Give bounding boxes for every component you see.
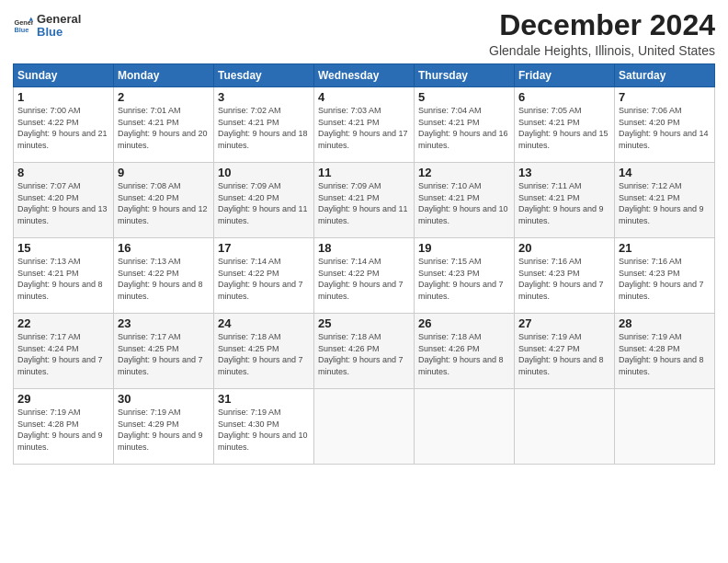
calendar-cell — [415, 389, 515, 465]
day-number: 6 — [518, 90, 610, 104]
day-info: Sunrise: 7:16 AM Sunset: 4:23 PM Dayligh… — [619, 256, 711, 302]
day-info: Sunrise: 7:18 AM Sunset: 4:25 PM Dayligh… — [218, 331, 310, 377]
day-info: Sunrise: 7:09 AM Sunset: 4:20 PM Dayligh… — [218, 180, 310, 226]
calendar-cell: 1 Sunrise: 7:00 AM Sunset: 4:22 PM Dayli… — [14, 87, 114, 163]
header: General Blue General Blue December 2024 … — [13, 9, 715, 58]
day-info: Sunrise: 7:11 AM Sunset: 4:21 PM Dayligh… — [518, 180, 610, 226]
day-number: 17 — [218, 241, 310, 255]
calendar-cell: 7 Sunrise: 7:06 AM Sunset: 4:20 PM Dayli… — [615, 87, 715, 163]
calendar-cell — [314, 389, 415, 465]
calendar-cell: 31 Sunrise: 7:19 AM Sunset: 4:30 PM Dayl… — [214, 389, 314, 465]
day-info: Sunrise: 7:03 AM Sunset: 4:21 PM Dayligh… — [318, 105, 410, 151]
logo-text: General Blue — [37, 13, 81, 40]
day-info: Sunrise: 7:19 AM Sunset: 4:30 PM Dayligh… — [218, 407, 310, 453]
day-info: Sunrise: 7:18 AM Sunset: 4:26 PM Dayligh… — [418, 331, 510, 377]
day-number: 29 — [17, 392, 109, 406]
calendar-cell: 23 Sunrise: 7:17 AM Sunset: 4:25 PM Dayl… — [114, 314, 214, 389]
day-info: Sunrise: 7:19 AM Sunset: 4:28 PM Dayligh… — [17, 407, 109, 453]
day-number: 24 — [218, 316, 310, 330]
calendar-cell: 11 Sunrise: 7:09 AM Sunset: 4:21 PM Dayl… — [314, 163, 415, 238]
logo-general: General — [37, 13, 81, 26]
calendar-cell: 28 Sunrise: 7:19 AM Sunset: 4:28 PM Dayl… — [615, 314, 715, 389]
day-info: Sunrise: 7:04 AM Sunset: 4:21 PM Dayligh… — [418, 105, 510, 151]
day-number: 12 — [418, 166, 510, 179]
day-number: 14 — [619, 166, 711, 179]
svg-text:Blue: Blue — [14, 26, 28, 34]
day-number: 1 — [17, 90, 109, 104]
day-number: 15 — [17, 241, 109, 255]
day-info: Sunrise: 7:19 AM Sunset: 4:27 PM Dayligh… — [518, 331, 610, 377]
logo: General Blue General Blue — [13, 13, 81, 40]
day-info: Sunrise: 7:14 AM Sunset: 4:22 PM Dayligh… — [218, 256, 310, 302]
calendar-cell: 2 Sunrise: 7:01 AM Sunset: 4:21 PM Dayli… — [114, 87, 214, 163]
day-number: 7 — [619, 90, 711, 104]
calendar-week-row: 8 Sunrise: 7:07 AM Sunset: 4:20 PM Dayli… — [14, 163, 715, 238]
calendar-cell — [615, 389, 715, 465]
calendar-week-row: 22 Sunrise: 7:17 AM Sunset: 4:24 PM Dayl… — [14, 314, 715, 389]
day-info: Sunrise: 7:17 AM Sunset: 4:25 PM Dayligh… — [118, 331, 210, 377]
col-thursday: Thursday — [415, 64, 515, 87]
calendar-week-row: 1 Sunrise: 7:00 AM Sunset: 4:22 PM Dayli… — [14, 87, 715, 163]
day-info: Sunrise: 7:05 AM Sunset: 4:21 PM Dayligh… — [518, 105, 610, 151]
day-number: 8 — [17, 166, 109, 179]
calendar-cell: 22 Sunrise: 7:17 AM Sunset: 4:24 PM Dayl… — [14, 314, 114, 389]
day-number: 2 — [118, 90, 210, 104]
day-number: 16 — [118, 241, 210, 255]
day-info: Sunrise: 7:13 AM Sunset: 4:21 PM Dayligh… — [17, 256, 109, 302]
calendar-week-row: 15 Sunrise: 7:13 AM Sunset: 4:21 PM Dayl… — [14, 238, 715, 314]
calendar-cell: 3 Sunrise: 7:02 AM Sunset: 4:21 PM Dayli… — [214, 87, 314, 163]
calendar-cell: 12 Sunrise: 7:10 AM Sunset: 4:21 PM Dayl… — [415, 163, 515, 238]
day-info: Sunrise: 7:06 AM Sunset: 4:20 PM Dayligh… — [619, 105, 711, 151]
col-friday: Friday — [515, 64, 615, 87]
day-number: 27 — [518, 316, 610, 330]
calendar-cell: 5 Sunrise: 7:04 AM Sunset: 4:21 PM Dayli… — [415, 87, 515, 163]
calendar-cell: 9 Sunrise: 7:08 AM Sunset: 4:20 PM Dayli… — [114, 163, 214, 238]
calendar-cell: 20 Sunrise: 7:16 AM Sunset: 4:23 PM Dayl… — [515, 238, 615, 314]
day-number: 9 — [118, 166, 210, 179]
day-number: 26 — [418, 316, 510, 330]
col-wednesday: Wednesday — [314, 64, 415, 87]
day-info: Sunrise: 7:02 AM Sunset: 4:21 PM Dayligh… — [218, 105, 310, 151]
calendar-cell: 30 Sunrise: 7:19 AM Sunset: 4:29 PM Dayl… — [114, 389, 214, 465]
calendar-cell: 14 Sunrise: 7:12 AM Sunset: 4:21 PM Dayl… — [615, 163, 715, 238]
day-number: 21 — [619, 241, 711, 255]
day-info: Sunrise: 7:16 AM Sunset: 4:23 PM Dayligh… — [518, 256, 610, 302]
title-block: December 2024 Glendale Heights, Illinois… — [489, 9, 715, 58]
col-tuesday: Tuesday — [214, 64, 314, 87]
day-info: Sunrise: 7:00 AM Sunset: 4:22 PM Dayligh… — [17, 105, 109, 151]
day-info: Sunrise: 7:09 AM Sunset: 4:21 PM Dayligh… — [318, 180, 410, 226]
calendar-cell: 13 Sunrise: 7:11 AM Sunset: 4:21 PM Dayl… — [515, 163, 615, 238]
logo-blue: Blue — [37, 26, 81, 39]
calendar-cell — [515, 389, 615, 465]
day-number: 3 — [218, 90, 310, 104]
day-number: 22 — [17, 316, 109, 330]
logo-icon: General Blue — [13, 16, 33, 36]
calendar-page: General Blue General Blue December 2024 … — [0, 0, 728, 563]
col-monday: Monday — [114, 64, 214, 87]
day-number: 13 — [518, 166, 610, 179]
day-info: Sunrise: 7:17 AM Sunset: 4:24 PM Dayligh… — [17, 331, 109, 377]
calendar-cell: 6 Sunrise: 7:05 AM Sunset: 4:21 PM Dayli… — [515, 87, 615, 163]
day-number: 4 — [318, 90, 410, 104]
day-info: Sunrise: 7:10 AM Sunset: 4:21 PM Dayligh… — [418, 180, 510, 226]
calendar-title: December 2024 — [489, 9, 715, 41]
day-info: Sunrise: 7:08 AM Sunset: 4:20 PM Dayligh… — [118, 180, 210, 226]
col-saturday: Saturday — [615, 64, 715, 87]
day-number: 5 — [418, 90, 510, 104]
calendar-cell: 29 Sunrise: 7:19 AM Sunset: 4:28 PM Dayl… — [14, 389, 114, 465]
calendar-cell: 26 Sunrise: 7:18 AM Sunset: 4:26 PM Dayl… — [415, 314, 515, 389]
calendar-cell: 27 Sunrise: 7:19 AM Sunset: 4:27 PM Dayl… — [515, 314, 615, 389]
calendar-week-row: 29 Sunrise: 7:19 AM Sunset: 4:28 PM Dayl… — [14, 389, 715, 465]
calendar-table: Sunday Monday Tuesday Wednesday Thursday… — [13, 63, 715, 465]
day-info: Sunrise: 7:19 AM Sunset: 4:29 PM Dayligh… — [118, 407, 210, 453]
day-number: 11 — [318, 166, 410, 179]
day-info: Sunrise: 7:18 AM Sunset: 4:26 PM Dayligh… — [318, 331, 410, 377]
calendar-cell: 15 Sunrise: 7:13 AM Sunset: 4:21 PM Dayl… — [14, 238, 114, 314]
calendar-cell: 21 Sunrise: 7:16 AM Sunset: 4:23 PM Dayl… — [615, 238, 715, 314]
calendar-subtitle: Glendale Heights, Illinois, United State… — [489, 43, 715, 58]
calendar-cell: 16 Sunrise: 7:13 AM Sunset: 4:22 PM Dayl… — [114, 238, 214, 314]
day-number: 23 — [118, 316, 210, 330]
day-number: 31 — [218, 392, 310, 406]
day-number: 28 — [619, 316, 711, 330]
calendar-cell: 8 Sunrise: 7:07 AM Sunset: 4:20 PM Dayli… — [14, 163, 114, 238]
